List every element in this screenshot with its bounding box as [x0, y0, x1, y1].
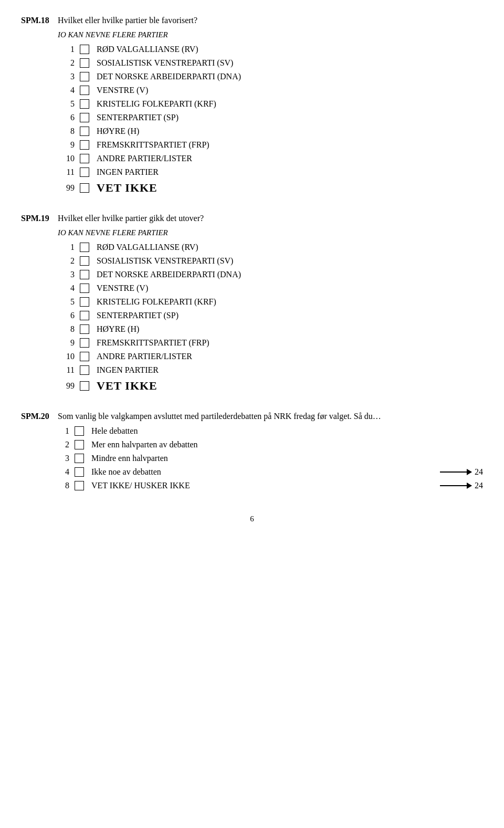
list-item: 99 VET IKKE [58, 181, 483, 195]
question-18: SPM.18 Hvilket eller hvilke partier ble … [21, 16, 483, 195]
arrow-line-icon [440, 471, 471, 473]
checkbox-18-8[interactable] [80, 127, 89, 136]
list-item: 9 FREMSKRITTSPARTIET (FRP) [58, 338, 483, 348]
question-20-text: Som vanlig ble valgkampen avsluttet med … [58, 412, 483, 421]
checkbox-18-3[interactable] [80, 72, 89, 81]
checkbox-19-99[interactable] [80, 381, 89, 391]
list-item: 6 SENTERPARTIET (SP) [58, 113, 483, 122]
list-item: 4 VENSTRE (V) [58, 86, 483, 95]
checkbox-18-9[interactable] [80, 140, 89, 150]
question-18-instruction: IO KAN NEVNE FLERE PARTIER [58, 30, 483, 39]
list-item: 5 KRISTELIG FOLKEPARTI (KRF) [58, 297, 483, 307]
question-19-text: Hvilket eller hvilke partier gikk det ut… [58, 214, 483, 223]
list-item: 2 Mer enn halvparten av debatten [58, 440, 483, 449]
checkbox-18-2[interactable] [80, 58, 89, 68]
checkbox-19-6[interactable] [80, 311, 89, 320]
checkbox-18-6[interactable] [80, 113, 89, 122]
list-item: 8 HØYRE (H) [58, 324, 483, 334]
question-19-options: 1 RØD VALGALLIANSE (RV) 2 SOSIALISTISK V… [58, 243, 483, 393]
arrow-target-number-2: 24 [475, 481, 483, 490]
checkbox-19-11[interactable] [80, 365, 89, 375]
list-item: 6 SENTERPARTIET (SP) [58, 311, 483, 320]
list-item: 9 FREMSKRITTSPARTIET (FRP) [58, 140, 483, 150]
question-18-text: Hvilket eller hvilke partier ble favoris… [58, 16, 483, 25]
question-20-number: SPM.20 [21, 412, 58, 421]
checkbox-20-3[interactable] [75, 454, 84, 463]
list-item: 8 HØYRE (H) [58, 127, 483, 136]
checkbox-20-8[interactable] [75, 481, 84, 490]
checkbox-20-1[interactable] [75, 426, 84, 436]
checkbox-20-4[interactable] [75, 467, 84, 477]
list-item: 1 RØD VALGALLIANSE (RV) [58, 243, 483, 252]
arrow-line-icon-2 [440, 485, 471, 486]
list-item: 99 VET IKKE [58, 379, 483, 393]
page-footer: 6 [21, 509, 483, 523]
question-19-number: SPM.19 [21, 214, 58, 223]
list-item: 3 DET NORSKE ARBEIDERPARTI (DNA) [58, 270, 483, 279]
list-item: 11 INGEN PARTIER [58, 167, 483, 177]
list-item: 4 VENSTRE (V) [58, 284, 483, 293]
checkbox-18-1[interactable] [80, 45, 89, 54]
list-item: 2 SOSIALISTISK VENSTREPARTI (SV) [58, 256, 483, 266]
page-number: 6 [250, 515, 254, 523]
list-item: 2 SOSIALISTISK VENSTREPARTI (SV) [58, 58, 483, 68]
list-item: 1 Hele debatten [58, 426, 483, 436]
list-item: 1 RØD VALGALLIANSE (RV) [58, 45, 483, 54]
checkbox-18-10[interactable] [80, 154, 89, 163]
checkbox-19-3[interactable] [80, 270, 89, 279]
list-item: 10 ANDRE PARTIER/LISTER [58, 154, 483, 163]
list-item: 8 VET IKKE/ HUSKER IKKE 24 [58, 481, 483, 490]
checkbox-19-4[interactable] [80, 284, 89, 293]
question-20: SPM.20 Som vanlig ble valgkampen avslutt… [21, 412, 483, 490]
arrow-target-number: 24 [475, 467, 483, 477]
list-item: 10 ANDRE PARTIER/LISTER [58, 352, 483, 361]
checkbox-18-99[interactable] [80, 183, 89, 193]
checkbox-18-5[interactable] [80, 99, 89, 109]
question-18-number: SPM.18 [21, 16, 58, 25]
list-item: 5 KRISTELIG FOLKEPARTI (KRF) [58, 99, 483, 109]
checkbox-19-1[interactable] [80, 243, 89, 252]
checkbox-20-2[interactable] [75, 440, 84, 449]
question-19-instruction: IO KAN NEVNE FLERE PARTIER [58, 228, 483, 237]
checkbox-19-9[interactable] [80, 338, 89, 348]
checkbox-19-2[interactable] [80, 256, 89, 266]
checkbox-19-10[interactable] [80, 352, 89, 361]
checkbox-18-11[interactable] [80, 167, 89, 177]
checkbox-19-5[interactable] [80, 297, 89, 307]
arrow-to-24: 24 [440, 467, 483, 477]
question-20-options: 1 Hele debatten 2 Mer enn halvparten av … [58, 426, 483, 490]
list-item: 3 Mindre enn halvparten [58, 454, 483, 463]
list-item: 3 DET NORSKE ARBEIDERPARTI (DNA) [58, 72, 483, 81]
list-item: 4 Ikke noe av debatten 24 [58, 467, 483, 477]
list-item: 11 INGEN PARTIER [58, 365, 483, 375]
checkbox-19-8[interactable] [80, 324, 89, 334]
checkbox-18-4[interactable] [80, 86, 89, 95]
arrow-to-24-2: 24 [440, 481, 483, 490]
question-19: SPM.19 Hvilket eller hvilke partier gikk… [21, 214, 483, 393]
question-18-options: 1 RØD VALGALLIANSE (RV) 2 SOSIALISTISK V… [58, 45, 483, 195]
